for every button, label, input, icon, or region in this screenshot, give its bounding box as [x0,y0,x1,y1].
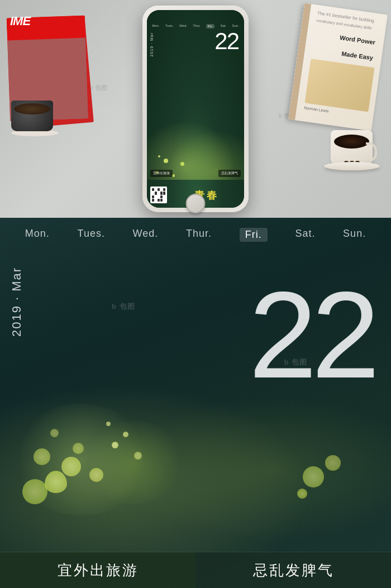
phone-screen: Mon. Tues. Wed. Thur. Fri. Sat. Sun. 22 … [147,10,244,208]
top-section: b 包图 b 包图 IME [0,0,391,218]
petal-10 [297,489,307,499]
bottom-bar-left: 宜外出旅游 [0,552,196,588]
days-row: Mon. Tues. Wed. Thur. Fri. Sat. Sun. [0,228,391,242]
petal-4 [34,448,50,465]
coffee-surface [334,135,369,149]
day-sat[interactable]: Sat. [295,228,315,242]
phone-home-button[interactable] [186,194,206,213]
small-flower-1 [112,442,118,448]
bottom-section: b 包图 b 包图 Mon. Tues. Wed. Thur. Fri. [0,218,391,588]
watermark-bottom-left: b 包图 [112,302,135,312]
book-content: The #1 bestseller for building vocabular… [295,9,382,119]
day-thur[interactable]: Thur. [186,228,212,242]
petal-9 [325,455,341,471]
tea-cup [11,101,56,145]
petal-1 [45,471,67,493]
day-wed[interactable]: Wed. [133,228,159,242]
book: The #1 bestseller for building vocabular… [296,8,385,131]
book-title-line2: Made Easy [312,46,374,62]
small-flower-2 [123,432,128,437]
phone-qr-code [150,187,167,203]
phone-day-thur: Thur. [193,24,201,28]
day-tues[interactable]: Tues. [78,228,105,242]
small-flower-4 [134,452,142,460]
tea-cup-body [11,101,53,131]
phone-bottom-tags: 宜外出旅游 忌乱发脾气 [147,170,244,177]
coffee-cup [324,117,380,173]
phone-day-wed: Wed. [179,24,187,28]
bottom-bar-right: 忌乱发脾气 [196,552,391,588]
phone-day-mon: Mon. [152,24,159,28]
phone-day-tues: Tues. [165,24,174,28]
phone-date: 22 [214,30,239,53]
day-mon[interactable]: Mon. [25,228,50,242]
big-date: 22 [249,274,374,396]
bottom-text-right: 忌乱发脾气 [253,561,334,580]
year-month-label: 2019 · Mar [9,267,24,337]
book-title-line1: Word Power [314,31,376,46]
phone-outer: Mon. Tues. Wed. Thur. Fri. Sat. Sun. 22 … [142,6,249,212]
phone-flower-dot-4 [180,162,184,166]
small-flower-3 [106,422,111,426]
day-fri[interactable]: Fri. [240,228,268,242]
petal-3 [22,479,47,504]
phone-year-month: 2019 · Mar [150,32,154,56]
book-image-area [304,59,374,112]
bottom-text-left: 宜外出旅游 [58,561,139,580]
coffee-handle [366,142,377,162]
petal-8 [303,466,324,487]
phone-flower-dot-5 [158,155,160,157]
phone: Mon. Tues. Wed. Thur. Fri. Sat. Sun. 22 … [142,6,249,212]
book-body: The #1 bestseller for building vocabular… [288,3,388,131]
glow-2 [84,420,184,504]
coffee-saucer [324,162,380,170]
day-sun[interactable]: Sun. [343,228,366,242]
phone-day-fri: Fri. [206,24,214,28]
phone-tag-left: 宜外出旅游 [150,170,173,177]
petal-7 [50,429,59,437]
petal-5 [89,468,103,482]
phone-youth-text: 青春 [172,189,241,202]
petal-6 [73,443,84,454]
magazine-title: IME [10,14,30,28]
petal-2 [61,457,81,476]
phone-tag-right: 忌乱发脾气 [218,170,241,177]
bottom-bar: 宜外出旅游 忌乱发脾气 [0,552,391,588]
phone-flower-dot-2 [164,159,168,163]
